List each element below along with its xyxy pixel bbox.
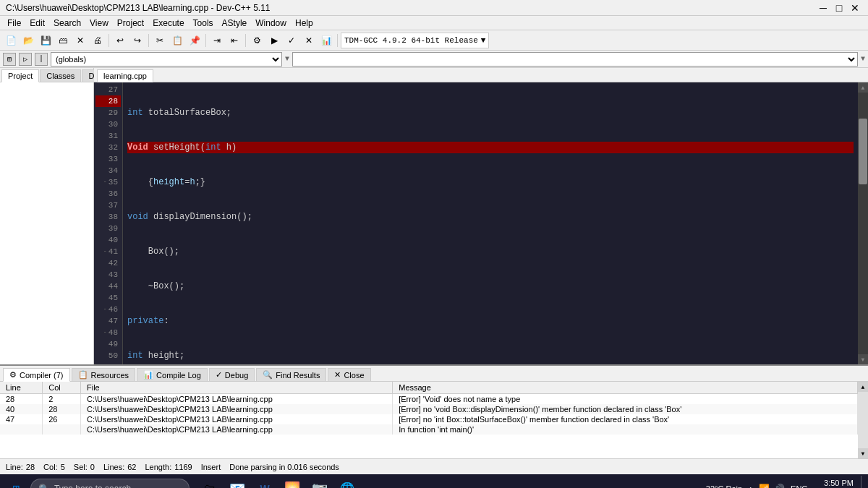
start-button[interactable]: ⊞ xyxy=(3,476,29,488)
menu-help[interactable]: Help xyxy=(291,17,318,29)
lines-value: 62 xyxy=(127,463,136,471)
error-row-3[interactable]: 47 26 C:\Users\huawei\Desktop\CPM213 LAB… xyxy=(0,414,858,424)
error-table: Line Col File Message 28 2 C:\Users\huaw… xyxy=(0,382,858,435)
taskbar-search[interactable]: 🔍 Type here to search xyxy=(30,479,190,488)
menu-window[interactable]: Window xyxy=(251,17,291,29)
bottom-scroll-track[interactable] xyxy=(858,392,868,448)
tb-stop[interactable]: ✕ xyxy=(301,33,317,48)
tb-chart[interactable]: 📊 xyxy=(318,33,334,48)
tray-expand[interactable]: ∧ xyxy=(748,485,753,489)
tb-run[interactable]: ▶ xyxy=(266,33,282,48)
compile-log-icon: 📊 xyxy=(143,370,153,380)
maximize-button[interactable]: □ xyxy=(832,1,846,14)
tb-build[interactable]: ⚙ xyxy=(249,33,265,48)
code-30: void displayDimension(); xyxy=(127,211,854,223)
menu-view[interactable]: View xyxy=(85,17,113,29)
tb-save[interactable]: 💾 xyxy=(38,33,54,48)
tb-save-all[interactable]: 🗃 xyxy=(55,33,71,48)
window-title: C:\Users\huawei\Desktop\CPM213 LAB\learn… xyxy=(6,3,271,13)
tray-icons[interactable]: 32°C Rain xyxy=(706,484,742,488)
btab-debug[interactable]: ✓ Debug xyxy=(209,368,255,381)
sel-value: 0 xyxy=(90,463,95,471)
menu-search[interactable]: Search xyxy=(49,17,85,29)
tb-unindent[interactable]: ⇤ xyxy=(226,33,242,48)
col-value: 5 xyxy=(61,463,65,471)
tab-classes[interactable]: Classes xyxy=(40,69,81,82)
tb-check[interactable]: ✓ xyxy=(284,33,299,48)
err4-msg: In function 'int main()' xyxy=(393,424,858,435)
code-32: ~Box(); xyxy=(127,281,854,292)
window-controls: ─ □ ✕ xyxy=(816,1,862,14)
debug-tab-label: Debug xyxy=(225,371,248,380)
ln-49: 49 xyxy=(95,338,121,350)
clock[interactable]: 3:50 PM 12/12/2021 xyxy=(814,478,854,488)
globals-icon-2[interactable]: ▷ xyxy=(19,53,32,66)
globals-icon-1[interactable]: ⊞ xyxy=(3,53,16,66)
btab-resources[interactable]: 📋 Resources xyxy=(72,368,136,381)
err1-msg: [Error] 'Void' does not name a type xyxy=(393,394,858,405)
taskbar-app-explorer[interactable]: 🗂 xyxy=(197,476,223,488)
edge-icon: 🌐 xyxy=(340,481,354,488)
tb-indent[interactable]: ⇥ xyxy=(209,33,225,48)
tb-cut[interactable]: ✂ xyxy=(152,33,168,48)
btab-close[interactable]: ✕ Close xyxy=(328,368,370,381)
ln-40: 40 xyxy=(95,234,121,246)
err3-msg: [Error] no 'int Box::totalSurfaceBox()' … xyxy=(393,414,858,424)
system-tray: 32°C Rain ∧ 📶 🔊 ENG 3:50 PM 12/12/2021 xyxy=(706,476,865,488)
globals-select2[interactable] xyxy=(292,52,858,67)
taskbar-app-edge[interactable]: 🌐 xyxy=(334,476,360,488)
tb-undo[interactable]: ↩ xyxy=(112,33,128,48)
menu-file[interactable]: File xyxy=(3,17,25,29)
btab-compile-log[interactable]: 📊 Compile Log xyxy=(137,368,208,381)
bottom-scroll-up[interactable]: ▲ xyxy=(858,382,868,392)
show-desktop-button[interactable] xyxy=(861,476,865,488)
title-bar: C:\Users\huawei\Desktop\CPM213 LAB\learn… xyxy=(0,0,868,16)
compiler-tab-icon: ⚙ xyxy=(9,370,17,380)
btab-compiler[interactable]: ⚙ Compiler (7) xyxy=(3,368,70,382)
ln-41: -41 xyxy=(95,246,121,257)
tb-close[interactable]: ✕ xyxy=(72,33,88,48)
menu-execute[interactable]: Execute xyxy=(148,17,188,29)
tb-paste[interactable]: 📌 xyxy=(187,33,203,48)
tb-new[interactable]: 📄 xyxy=(3,33,19,48)
toolbar-separator-1 xyxy=(109,34,109,47)
tab-project[interactable]: Project xyxy=(1,69,39,82)
windows-logo-icon: ⊞ xyxy=(12,481,20,488)
scroll-track[interactable] xyxy=(858,93,868,354)
taskbar-app-mail[interactable]: 📧 xyxy=(224,476,250,488)
scroll-up-arrow[interactable]: ▲ xyxy=(858,82,868,93)
photos-icon: 🌅 xyxy=(284,481,300,488)
tb-open[interactable]: 📂 xyxy=(20,33,36,48)
code-content[interactable]: int totalSurfaceBox; Void setHeight(int … xyxy=(123,82,858,364)
close-button[interactable]: ✕ xyxy=(848,1,862,14)
dropdown-arrow: ▼ xyxy=(481,36,486,45)
tb-copy[interactable]: 📋 xyxy=(169,33,185,48)
bottom-scrollbar[interactable]: ▲ ▼ xyxy=(858,382,868,458)
error-row-2[interactable]: 40 28 C:\Users\huawei\Desktop\CPM213 LAB… xyxy=(0,404,858,414)
menu-edit[interactable]: Edit xyxy=(25,17,49,29)
ln-34: 34 xyxy=(95,165,121,176)
menu-project[interactable]: Project xyxy=(113,17,148,29)
err2-line: 40 xyxy=(0,404,43,414)
compiler-dropdown[interactable]: TDM-GCC 4.9.2 64-bit Release ▼ xyxy=(341,33,489,48)
left-panel: Project Classes Debug xyxy=(0,68,94,364)
btab-find-results[interactable]: 🔍 Find Results xyxy=(256,368,326,381)
menu-tools[interactable]: Tools xyxy=(189,17,218,29)
bottom-scroll-down[interactable]: ▼ xyxy=(858,448,868,458)
right-scrollbar[interactable]: ▲ ▼ xyxy=(858,82,868,364)
tb-print[interactable]: 🖨 xyxy=(90,33,106,48)
taskbar-app-camera[interactable]: 📷 xyxy=(307,476,333,488)
globals-icon-3[interactable]: | xyxy=(35,53,48,66)
scroll-thumb[interactable] xyxy=(859,119,867,184)
bottom-tabs: ⚙ Compiler (7) 📋 Resources 📊 Compile Log… xyxy=(0,366,868,382)
globals-select[interactable]: (globals) xyxy=(51,52,282,67)
minimize-button[interactable]: ─ xyxy=(816,1,830,14)
tab-file[interactable]: learning.cpp xyxy=(97,69,153,82)
scroll-down-arrow[interactable]: ▼ xyxy=(858,354,868,364)
taskbar-app-photos[interactable]: 🌅 xyxy=(279,476,305,488)
tb-redo[interactable]: ↪ xyxy=(129,33,145,48)
error-row-4[interactable]: C:\Users\huawei\Desktop\CPM213 LAB\learn… xyxy=(0,424,858,435)
menu-astyle[interactable]: AStyle xyxy=(218,17,252,29)
error-row-1[interactable]: 28 2 C:\Users\huawei\Desktop\CPM213 LAB\… xyxy=(0,394,858,405)
taskbar-app-word[interactable]: W xyxy=(252,476,278,488)
